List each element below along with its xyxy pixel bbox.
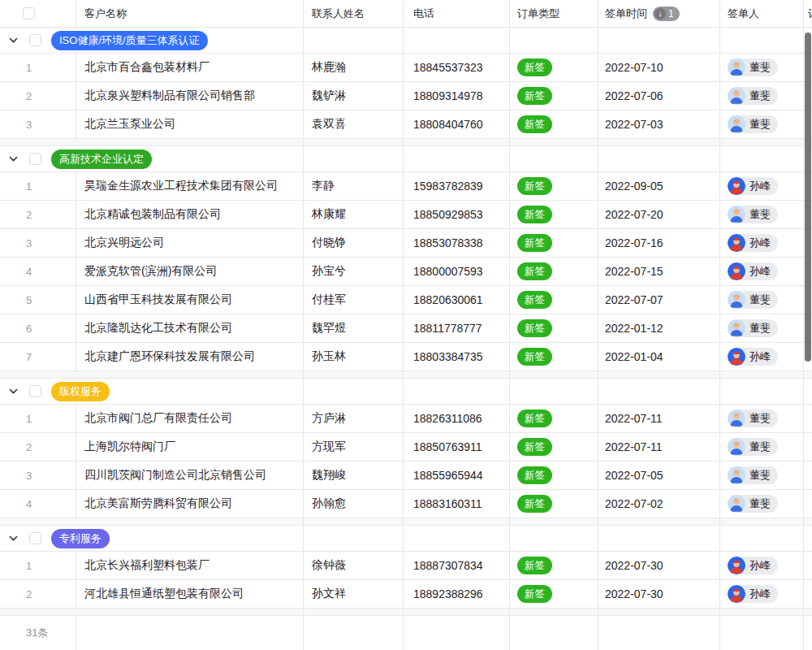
column-label: 签单人 <box>728 6 759 21</box>
column-label: 电话 <box>413 6 434 21</box>
table-row[interactable]: 1 北京长兴福利塑料包装厂 徐钟薇 18887307834 新签 2022-07… <box>0 552 812 580</box>
group-header-row[interactable]: 高新技术企业认定 <box>0 146 812 172</box>
empty-cell <box>720 146 804 171</box>
signer-name: 孙峰 <box>749 349 771 364</box>
customer-name: 北京市阀门总厂有限责任公司 <box>76 405 304 432</box>
column-label: 签单时间 <box>605 6 647 21</box>
order-type-badge: 新签 <box>517 348 552 366</box>
table-row[interactable]: 1 昊瑞金生源农业工程技术集团有限公司 李静 15983782839 新签 20… <box>0 172 812 201</box>
contact-name: 方庐淋 <box>304 405 404 432</box>
chevron-down-icon[interactable] <box>8 386 19 396</box>
contact-name: 孙宝兮 <box>304 258 404 285</box>
chevron-down-icon[interactable] <box>8 35 19 46</box>
table-row[interactable]: 2 河北雄县恒通纸塑包装有限公司 孙文祥 18892388296 新签 2022… <box>0 580 812 609</box>
phone-number: 18826311086 <box>404 405 510 432</box>
customer-name: 北京建广恩环保科技发展有限公司 <box>76 343 304 370</box>
signer-name: 董斐 <box>749 411 771 426</box>
signer-avatar <box>728 495 745 513</box>
signer-cell: 孙峰 <box>720 258 804 285</box>
group-header-row[interactable]: ISO健康/环境/质量三体系认证 <box>0 28 812 54</box>
empty-cell <box>0 518 304 525</box>
table-row[interactable]: 4 北京美富斯劳腾科贸有限公司 孙翰愈 18883160311 新签 2022-… <box>0 490 812 518</box>
sign-date: 2022-01-12 <box>598 314 720 342</box>
group-checkbox[interactable] <box>29 34 41 46</box>
table-row[interactable]: 1 北京市阀门总厂有限责任公司 方庐淋 18826311086 新签 2022-… <box>0 405 812 433</box>
table-row[interactable]: 6 北京隆凯达化工技术有限公司 魏罕煜 18811778777 新签 2022-… <box>0 314 812 343</box>
table-row[interactable]: 2 北京精诚包装制品有限公司 林康耀 18850929853 新签 2022-0… <box>0 201 812 229</box>
phone-number: 18820630061 <box>404 286 510 314</box>
signer-avatar <box>728 438 745 456</box>
chevron-down-icon[interactable] <box>8 533 19 544</box>
signer-cell: 孙峰 <box>720 552 804 579</box>
group-header-row[interactable]: 专利服务 <box>0 526 812 552</box>
signer-avatar <box>728 557 745 574</box>
signer-pill: 董斐 <box>728 466 778 484</box>
order-type-badge: 新签 <box>517 87 552 105</box>
sort-descending-icon: ↓ <box>654 8 666 20</box>
empty-cell <box>720 518 804 525</box>
group-checkbox[interactable] <box>29 153 41 165</box>
table-row[interactable]: 1 北京市百合鑫包装材料厂 林鹿瀚 18845537323 新签 2022-07… <box>0 54 812 82</box>
chevron-down-icon[interactable] <box>8 154 19 164</box>
signer-pill: 董斐 <box>728 87 778 105</box>
order-type-badge: 新签 <box>517 291 552 309</box>
column-label: 订 <box>808 6 812 21</box>
group-spacer-row <box>0 609 812 616</box>
order-type-cell: 新签 <box>510 258 598 285</box>
column-header-contact[interactable]: 联系人姓名 <box>304 0 404 27</box>
signer-name: 孙峰 <box>749 179 771 193</box>
table-row[interactable]: 2 上海凯尔特阀门厂 方现军 18850763911 新签 2022-07-11… <box>0 433 812 462</box>
empty-cell <box>510 28 598 53</box>
select-all-checkbox[interactable] <box>23 7 35 20</box>
contact-name: 付桂军 <box>304 286 404 314</box>
row-number: 3 <box>0 229 76 257</box>
customer-name: 北京精诚包装制品有限公司 <box>76 201 304 228</box>
empty-cell <box>598 28 720 53</box>
vertical-scrollbar[interactable] <box>805 32 811 362</box>
contact-name: 付晓铮 <box>304 229 404 257</box>
group-header-cell: ISO健康/环境/质量三体系认证 <box>0 28 304 53</box>
signer-pill: 孙峰 <box>728 262 778 280</box>
empty-cell <box>404 609 510 615</box>
column-header-order-type[interactable]: 订单类型 <box>510 0 598 27</box>
table-row[interactable]: 3 北京兴明远公司 付晓铮 18853078338 新签 2022-07-16 … <box>0 229 812 258</box>
sort-badge[interactable]: ↓ 1 <box>653 6 680 21</box>
table-row[interactable]: 5 山西省甲玉科技发展有限公司 付桂军 18820630061 新签 2022-… <box>0 286 812 314</box>
sign-date: 2022-07-30 <box>598 552 720 579</box>
signer-pill: 董斐 <box>728 206 778 223</box>
group-badge: 高新技术企业认定 <box>51 150 152 169</box>
table-row[interactable]: 4 爱派克软管(滨洲)有限公司 孙宝兮 18800007593 新签 2022-… <box>0 258 812 286</box>
column-header-phone[interactable]: 电话 <box>404 0 510 27</box>
group-checkbox[interactable] <box>29 385 41 397</box>
order-type-badge: 新签 <box>517 58 552 76</box>
column-label: 客户名称 <box>84 6 127 21</box>
signer-cell: 孙峰 <box>720 229 804 257</box>
column-header-customer[interactable]: 客户名称 <box>76 0 304 27</box>
table-row[interactable]: 3 四川凯茨阀门制造公司北京销售公司 魏翔峻 18855965944 新签 20… <box>0 462 812 490</box>
order-type-cell: 新签 <box>510 110 598 138</box>
row-number: 2 <box>0 82 76 110</box>
customer-name: 北京兰玉泵业公司 <box>76 110 304 138</box>
order-type-badge: 新签 <box>517 206 552 223</box>
row-number: 4 <box>0 490 76 518</box>
column-header-extra[interactable]: 订 <box>804 0 812 27</box>
sign-date: 2022-07-11 <box>598 405 720 432</box>
record-count: 31条 <box>0 616 76 650</box>
table-row[interactable]: 3 北京兰玉泵业公司 袁双喜 18808404760 新签 2022-07-03… <box>0 110 812 139</box>
column-header-signer[interactable]: 签单人 <box>720 0 804 27</box>
column-header-sign-date[interactable]: 签单时间 ↓ 1 <box>598 0 720 27</box>
footer-cell <box>510 616 598 650</box>
empty-cell <box>304 609 404 615</box>
customer-name: 北京兴明远公司 <box>76 229 304 257</box>
order-type-badge: 新签 <box>517 438 552 456</box>
order-type-badge: 新签 <box>517 495 552 513</box>
group-header-cell: 版权服务 <box>0 379 304 404</box>
signer-pill: 董斐 <box>728 495 778 513</box>
table-row[interactable]: 7 北京建广恩环保科技发展有限公司 孙玉林 18803384735 新签 202… <box>0 343 812 371</box>
group-checkbox[interactable] <box>29 532 41 544</box>
signer-cell: 董斐 <box>720 201 804 228</box>
group-header-row[interactable]: 版权服务 <box>0 379 812 405</box>
table-row[interactable]: 2 北京泉兴塑料制品有限公司销售部 魏铲淋 18809314978 新签 202… <box>0 82 812 110</box>
empty-cell <box>804 609 812 615</box>
order-type-badge: 新签 <box>517 177 552 195</box>
